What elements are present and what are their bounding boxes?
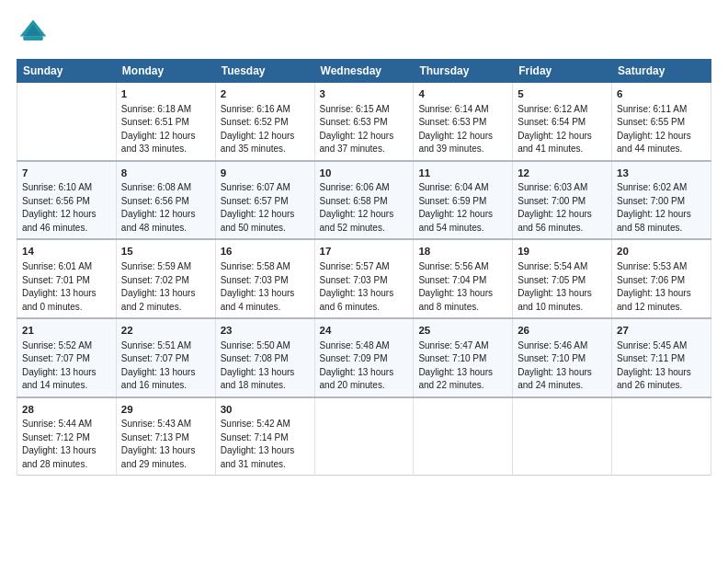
day-info: Sunrise: 5:53 AM Sunset: 7:06 PM Dayligh… [617,260,706,314]
day-info: Sunrise: 6:14 AM Sunset: 6:53 PM Dayligh… [418,103,507,156]
cell-content: 15Sunrise: 5:59 AM Sunset: 7:02 PM Dayli… [121,244,210,314]
day-number: 22 [121,323,210,339]
cell-content: 1Sunrise: 6:18 AM Sunset: 6:51 PM Daylig… [121,86,210,156]
calendar-cell: 27Sunrise: 5:45 AM Sunset: 7:11 PM Dayli… [612,318,711,397]
day-number: 9 [221,166,310,181]
header-day-sunday: Sunday [17,60,117,83]
day-number: 13 [617,166,706,181]
day-info: Sunrise: 5:46 AM Sunset: 7:10 PM Dayligh… [518,339,607,393]
header-day-thursday: Thursday [414,60,513,83]
cell-content: 29Sunrise: 5:43 AM Sunset: 7:13 PM Dayli… [121,402,210,472]
calendar-cell: 16Sunrise: 5:58 AM Sunset: 7:03 PM Dayli… [215,239,314,318]
calendar-cell [314,397,414,476]
calendar-cell: 7Sunrise: 6:10 AM Sunset: 6:56 PM Daylig… [17,161,117,240]
calendar-cell: 26Sunrise: 5:46 AM Sunset: 7:10 PM Dayli… [513,318,612,397]
cell-content: 2Sunrise: 6:16 AM Sunset: 6:52 PM Daylig… [221,86,310,156]
day-info: Sunrise: 5:44 AM Sunset: 7:12 PM Dayligh… [22,418,111,471]
calendar-cell: 8Sunrise: 6:08 AM Sunset: 6:56 PM Daylig… [116,161,215,240]
calendar-cell: 22Sunrise: 5:51 AM Sunset: 7:07 PM Dayli… [116,318,215,397]
page: SundayMondayTuesdayWednesdayThursdayFrid… [0,0,728,485]
cell-content: 8Sunrise: 6:08 AM Sunset: 6:56 PM Daylig… [121,166,210,236]
day-info: Sunrise: 6:10 AM Sunset: 6:56 PM Dayligh… [22,181,111,235]
calendar-cell: 29Sunrise: 5:43 AM Sunset: 7:13 PM Dayli… [116,397,215,476]
calendar-cell [513,397,612,476]
calendar-cell: 13Sunrise: 6:02 AM Sunset: 7:00 PM Dayli… [612,161,711,240]
day-info: Sunrise: 6:08 AM Sunset: 6:56 PM Dayligh… [121,181,210,235]
day-info: Sunrise: 5:54 AM Sunset: 7:05 PM Dayligh… [518,260,607,314]
cell-content: 4Sunrise: 6:14 AM Sunset: 6:53 PM Daylig… [418,86,507,156]
cell-content: 18Sunrise: 5:56 AM Sunset: 7:04 PM Dayli… [418,244,507,314]
calendar-cell: 2Sunrise: 6:16 AM Sunset: 6:52 PM Daylig… [215,83,314,161]
day-number: 6 [617,86,706,102]
day-number: 24 [320,323,409,339]
day-info: Sunrise: 5:47 AM Sunset: 7:10 PM Dayligh… [418,339,507,393]
day-number: 10 [320,166,409,181]
header-day-monday: Monday [116,60,215,83]
cell-content: 7Sunrise: 6:10 AM Sunset: 6:56 PM Daylig… [22,166,111,236]
calendar-cell: 28Sunrise: 5:44 AM Sunset: 7:12 PM Dayli… [17,397,117,476]
day-number: 8 [121,166,210,181]
day-number: 30 [221,402,310,418]
day-info: Sunrise: 5:48 AM Sunset: 7:09 PM Dayligh… [320,339,409,393]
cell-content: 23Sunrise: 5:50 AM Sunset: 7:08 PM Dayli… [221,323,310,393]
cell-content: 3Sunrise: 6:15 AM Sunset: 6:53 PM Daylig… [320,86,409,156]
day-number: 20 [617,244,706,259]
day-info: Sunrise: 5:50 AM Sunset: 7:08 PM Dayligh… [221,339,310,393]
day-number: 26 [518,323,607,339]
day-info: Sunrise: 5:42 AM Sunset: 7:14 PM Dayligh… [221,418,310,471]
calendar-cell: 12Sunrise: 6:03 AM Sunset: 7:00 PM Dayli… [513,161,612,240]
calendar-cell: 9Sunrise: 6:07 AM Sunset: 6:57 PM Daylig… [215,161,314,240]
day-info: Sunrise: 6:15 AM Sunset: 6:53 PM Dayligh… [320,103,409,156]
cell-content: 11Sunrise: 6:04 AM Sunset: 6:59 PM Dayli… [418,166,507,236]
calendar-cell: 18Sunrise: 5:56 AM Sunset: 7:04 PM Dayli… [414,239,513,318]
day-number: 16 [221,244,310,259]
calendar-cell: 4Sunrise: 6:14 AM Sunset: 6:53 PM Daylig… [414,83,513,161]
day-info: Sunrise: 6:18 AM Sunset: 6:51 PM Dayligh… [121,103,210,156]
calendar-week-4: 21Sunrise: 5:52 AM Sunset: 7:07 PM Dayli… [17,318,711,397]
cell-content: 5Sunrise: 6:12 AM Sunset: 6:54 PM Daylig… [518,86,607,156]
cell-content: 17Sunrise: 5:57 AM Sunset: 7:03 PM Dayli… [320,244,409,314]
cell-content: 27Sunrise: 5:45 AM Sunset: 7:11 PM Dayli… [617,323,706,393]
day-info: Sunrise: 6:04 AM Sunset: 6:59 PM Dayligh… [418,181,507,235]
day-info: Sunrise: 6:06 AM Sunset: 6:58 PM Dayligh… [320,181,409,235]
day-info: Sunrise: 5:59 AM Sunset: 7:02 PM Dayligh… [121,260,210,314]
calendar-week-1: 1Sunrise: 6:18 AM Sunset: 6:51 PM Daylig… [17,83,711,161]
day-info: Sunrise: 6:07 AM Sunset: 6:57 PM Dayligh… [221,181,310,235]
day-number: 21 [22,323,111,339]
day-number: 25 [418,323,507,339]
calendar-cell: 5Sunrise: 6:12 AM Sunset: 6:54 PM Daylig… [513,83,612,161]
cell-content: 19Sunrise: 5:54 AM Sunset: 7:05 PM Dayli… [518,244,607,314]
calendar-cell: 1Sunrise: 6:18 AM Sunset: 6:51 PM Daylig… [116,83,215,161]
day-number: 1 [121,86,210,102]
day-number: 19 [518,244,607,259]
cell-content: 9Sunrise: 6:07 AM Sunset: 6:57 PM Daylig… [221,166,310,236]
cell-content: 14Sunrise: 6:01 AM Sunset: 7:01 PM Dayli… [22,244,111,314]
calendar-cell: 19Sunrise: 5:54 AM Sunset: 7:05 PM Dayli… [513,239,612,318]
calendar-cell: 17Sunrise: 5:57 AM Sunset: 7:03 PM Dayli… [314,239,414,318]
day-info: Sunrise: 5:57 AM Sunset: 7:03 PM Dayligh… [320,260,409,314]
cell-content: 10Sunrise: 6:06 AM Sunset: 6:58 PM Dayli… [320,166,409,236]
calendar-cell: 3Sunrise: 6:15 AM Sunset: 6:53 PM Daylig… [314,83,414,161]
day-number: 29 [121,402,210,418]
calendar-table: SundayMondayTuesdayWednesdayThursdayFrid… [17,59,711,476]
svg-rect-2 [23,37,43,40]
day-number: 14 [22,244,111,259]
calendar-cell: 21Sunrise: 5:52 AM Sunset: 7:07 PM Dayli… [17,318,117,397]
cell-content: 26Sunrise: 5:46 AM Sunset: 7:10 PM Dayli… [518,323,607,393]
day-info: Sunrise: 6:12 AM Sunset: 6:54 PM Dayligh… [518,103,607,156]
day-number: 18 [418,244,507,259]
calendar-cell: 6Sunrise: 6:11 AM Sunset: 6:55 PM Daylig… [612,83,711,161]
cell-content: 24Sunrise: 5:48 AM Sunset: 7:09 PM Dayli… [320,323,409,393]
cell-content: 21Sunrise: 5:52 AM Sunset: 7:07 PM Dayli… [22,323,111,393]
day-number: 27 [617,323,706,339]
day-info: Sunrise: 5:58 AM Sunset: 7:03 PM Dayligh… [221,260,310,314]
header-day-saturday: Saturday [612,60,711,83]
calendar-cell [17,83,117,161]
day-number: 4 [418,86,507,102]
day-number: 11 [418,166,507,181]
calendar-week-5: 28Sunrise: 5:44 AM Sunset: 7:12 PM Dayli… [17,397,711,476]
day-info: Sunrise: 5:56 AM Sunset: 7:04 PM Dayligh… [418,260,507,314]
day-info: Sunrise: 6:02 AM Sunset: 7:00 PM Dayligh… [617,181,706,235]
cell-content: 28Sunrise: 5:44 AM Sunset: 7:12 PM Dayli… [22,402,111,472]
day-info: Sunrise: 6:11 AM Sunset: 6:55 PM Dayligh… [617,103,706,156]
